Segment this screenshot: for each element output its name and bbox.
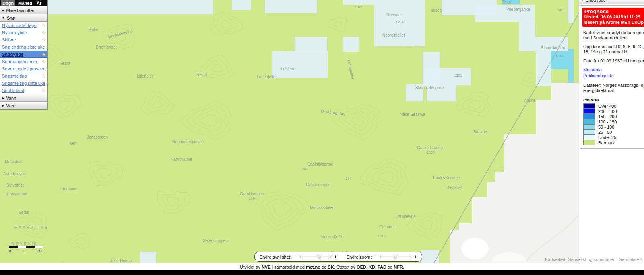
map-place-label: 1060 xyxy=(427,150,435,154)
map-place-label: Namsvatnet xyxy=(6,192,27,196)
map-place-label: 1019 xyxy=(378,234,386,238)
map-place-label: 1411 xyxy=(557,8,565,12)
map-canvas[interactable]: RølieSæmianoejan1162Næetrie1256Nobreitfj… xyxy=(0,0,644,270)
map-place-label: Sæmianoejan xyxy=(108,29,133,39)
tab-dogn[interactable]: Døgn xyxy=(1,0,15,6)
favorite-star-icon[interactable]: ☆ xyxy=(45,45,50,50)
sidebar-link[interactable]: Snømengde i prosent xyxy=(2,66,44,71)
map-attribution: Kartverket, Geovekst og kommuner - Geoda… xyxy=(545,257,642,262)
sidebar-link[interactable]: Snø endring siste uke xyxy=(2,45,45,49)
legend-row: 100 - 150 xyxy=(583,119,644,124)
scalebar-tick-label: 2km xyxy=(37,249,43,253)
favorite-star-icon[interactable]: ☆ xyxy=(41,30,46,35)
favorite-star-icon[interactable]: ☆ xyxy=(41,74,46,79)
legend-label: 50 - 100 xyxy=(598,125,614,129)
sidebar-item-snomengde-i-prosent[interactable]: Snømengde i prosent☆ xyxy=(0,65,47,72)
sidebar-item-snomengde-i-mm[interactable]: Snømengde i mm☆ xyxy=(0,58,47,65)
map-place-label: 1414 xyxy=(555,54,564,58)
favorite-star-icon[interactable]: ☆ xyxy=(41,37,46,43)
sidebar-item-snodybde[interactable]: Snødybde★ xyxy=(0,51,47,58)
panel-header[interactable]: ▼ Snødybde xyxy=(579,0,644,4)
zoom-slider-handle[interactable] xyxy=(393,254,398,259)
opacity-slider[interactable] xyxy=(300,256,331,258)
favorite-star-icon[interactable]: ☆ xyxy=(41,59,46,64)
sidebar-link[interactable]: Snøsmelting xyxy=(2,74,27,78)
sidebar-item-snosmelting[interactable]: Snøsmelting☆ xyxy=(0,72,47,80)
scalebar-tick-label: 1 xyxy=(23,249,25,253)
tab-maned[interactable]: Måned xyxy=(17,0,34,6)
map-place-label: Lonerfjellet xyxy=(257,75,277,79)
sidebar-link[interactable]: Snødybde xyxy=(2,52,23,57)
sidebar-item-skifore[interactable]: Skiføre☆ xyxy=(0,36,47,43)
favorite-star-icon[interactable]: ☆ xyxy=(45,81,50,86)
legend: cm snø Over 400200 - 400150 - 200100 - 1… xyxy=(582,97,644,145)
legend-row: Under 25 xyxy=(583,135,644,140)
prognose-heading: Prognose xyxy=(584,8,644,14)
sidebar-link[interactable]: Snøtilstand xyxy=(2,88,24,93)
footer-link-nfr[interactable]: NFR xyxy=(394,265,403,269)
chevron-right-icon: ▶ xyxy=(2,96,4,100)
footer-link-fad[interactable]: FAD xyxy=(378,265,386,269)
sidebar-item-snosmelting-siste-uke[interactable]: Snøsmelting siste uke☆ xyxy=(0,80,47,87)
opacity-decrease-button[interactable]: − xyxy=(294,255,297,259)
sidebar-link[interactable]: Snømengde i mm xyxy=(2,59,37,64)
panel-link-metadata[interactable]: Metadata xyxy=(583,67,644,72)
prognose-issued: Utstedt 16.06.2016 kl 11:29 xyxy=(584,14,644,20)
zoom-slider[interactable] xyxy=(380,256,411,258)
map-place-label: Vuepertjahke xyxy=(506,7,530,12)
sidebar-link[interactable]: Snøsmelting siste uke xyxy=(2,81,45,86)
sidebar-item-nysno-siste-dogn[interactable]: Nysnø siste døgn☆ xyxy=(0,22,47,29)
sidebar-item-nysnodybde[interactable]: Nysnødybde☆ xyxy=(0,29,47,36)
scalebar-segment xyxy=(35,246,43,248)
footer-credits: Utviklet av NVE i samarbeid med met.no o… xyxy=(240,265,404,269)
favorite-star-icon[interactable]: ☆ xyxy=(41,23,46,28)
sidebar-item-sno-endring-siste-uke[interactable]: Snø endring siste uke☆ xyxy=(0,43,47,51)
map-place-label: Setås xyxy=(19,210,29,215)
sidebar-section-vaer[interactable]: ▶Vær xyxy=(0,102,47,109)
sidebar-link[interactable]: Nysnødybde xyxy=(2,30,27,35)
opacity-slider-handle[interactable] xyxy=(317,254,322,259)
sidebar-item-snotilstand[interactable]: Snøtilstand☆ xyxy=(0,87,47,94)
layer-menu: ▶Mine favoritter▼SnøNysnø siste døgn☆Nys… xyxy=(0,6,47,109)
map-place-label: 1201 xyxy=(454,74,462,78)
favorite-star-icon[interactable]: ★ xyxy=(41,52,46,57)
map-place-label: Granklumpen xyxy=(240,192,264,196)
legend-label: 100 - 150 xyxy=(598,119,617,124)
opacity-slider-label: Endre synlighet: xyxy=(260,254,291,259)
time-resolution-tabs: DøgnMånedÅr xyxy=(0,0,47,6)
opacity-increase-button[interactable]: + xyxy=(334,255,337,259)
map-place-label: Brænlandet xyxy=(96,45,117,49)
favorite-star-icon[interactable]: ☆ xyxy=(41,88,46,93)
zoom-in-button[interactable]: + xyxy=(414,255,417,259)
sidebar-section-items: Nysnø siste døgn☆Nysnødybde☆Skiføre☆Snø … xyxy=(0,22,47,94)
footer-link-met-no[interactable]: met.no xyxy=(306,265,320,269)
sidebar-link[interactable]: Nysnø siste døgn xyxy=(2,23,37,28)
legend-label: 25 - 50 xyxy=(598,130,612,135)
legend-title: cm snø xyxy=(583,97,644,102)
map-place-label: Beinvassdalen xyxy=(308,205,334,210)
sidebar-section-label: Vær xyxy=(6,103,14,108)
map-place-label: RAARVIHKE xyxy=(14,225,49,230)
map-place-label: Auredjaevrie xyxy=(3,172,26,176)
footer-link-kd[interactable]: KD xyxy=(369,265,375,269)
sidebar-section-vann[interactable]: ▶Vann xyxy=(0,94,47,102)
tab-ar[interactable]: År xyxy=(35,0,43,6)
sidebar-section-sno[interactable]: ▼Snø xyxy=(0,14,47,22)
map-place-label: Jonasmoen xyxy=(87,135,108,140)
footer-link-nve[interactable]: NVE xyxy=(262,265,271,269)
legend-label: Over 400 xyxy=(598,104,616,109)
map-place-label: Skoanjehtsanke xyxy=(415,86,444,90)
panel-link-publiseringside[interactable]: Publiseringside xyxy=(583,73,644,78)
chevron-right-icon: ▶ xyxy=(2,9,4,12)
footer-link-sk[interactable]: SK xyxy=(328,265,334,269)
zoom-out-button[interactable]: − xyxy=(374,255,377,259)
map-place-label: Rølie xyxy=(89,27,98,32)
footer-link-oed[interactable]: OED xyxy=(357,265,366,269)
panel-paragraph: Oppdateres ca kl 0, 6, 8, 9, 12, 18, 19 … xyxy=(583,44,644,55)
sidebar-section-mine-favoritter[interactable]: ▶Mine favoritter xyxy=(0,6,47,14)
sidebar-link[interactable]: Skiføre xyxy=(2,37,16,42)
favorite-star-icon[interactable]: ☆ xyxy=(44,66,49,72)
layer-info-panel: ▼ Snødybde Prognose Utstedt 16.06.2016 k… xyxy=(579,0,644,270)
legend-label: 200 - 400 xyxy=(598,109,617,114)
map-scalebar: 012km xyxy=(9,246,43,253)
